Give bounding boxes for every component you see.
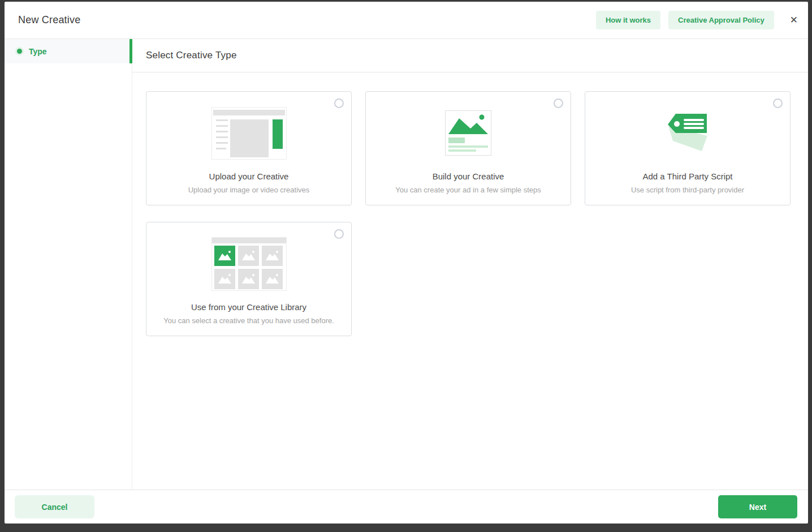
modal-body: Type Select Creative Type [5, 39, 808, 490]
card-upload-creative[interactable]: Upload your Creative Upload your image o… [146, 91, 352, 205]
creative-library-icon [211, 230, 287, 298]
radio-upload-creative[interactable] [334, 98, 344, 108]
creative-approval-policy-button[interactable]: Creative Approval Policy [668, 11, 774, 29]
radio-third-party-script[interactable] [773, 98, 783, 108]
card-third-party-script[interactable]: Add a Third Party Script Use script from… [585, 91, 791, 205]
modal-title: New Creative [18, 14, 80, 26]
card-subtitle: You can select a creative that you have … [163, 316, 334, 325]
how-it-works-button[interactable]: How it works [596, 11, 660, 29]
sidebar-item-type[interactable]: Type [5, 39, 132, 63]
card-subtitle: Use script from third-party provider [631, 186, 744, 194]
card-creative-library[interactable]: Use from your Creative Library You can s… [146, 222, 352, 336]
close-icon[interactable]: ✕ [790, 15, 798, 25]
third-party-script-icon [666, 99, 710, 167]
steps-sidebar: Type [5, 39, 132, 490]
modal-header: New Creative How it works Creative Appro… [5, 2, 808, 39]
card-build-creative[interactable]: Build your Creative You can create your … [365, 91, 571, 205]
section-header: Select Creative Type [132, 39, 808, 72]
creative-type-cards: Upload your Creative Upload your image o… [146, 91, 794, 336]
modal-footer: Cancel Next [5, 490, 808, 524]
cancel-button[interactable]: Cancel [15, 495, 94, 518]
card-title: Build your Creative [433, 171, 504, 181]
radio-build-creative[interactable] [554, 98, 563, 108]
radio-creative-library[interactable] [334, 229, 344, 239]
card-title: Add a Third Party Script [643, 171, 733, 181]
main-panel: Select Creative Type [132, 39, 808, 490]
header-actions: How it works Creative Approval Policy ✕ [596, 11, 798, 29]
build-creative-icon [445, 99, 491, 167]
next-button[interactable]: Next [718, 495, 797, 518]
step-bullet-icon [17, 49, 22, 54]
card-subtitle: Upload your image or video creatives [188, 186, 310, 194]
card-title: Use from your Creative Library [191, 302, 306, 312]
upload-creative-icon [211, 99, 287, 167]
section-title: Select Creative Type [146, 50, 237, 61]
card-title: Upload your Creative [209, 171, 289, 181]
new-creative-modal: New Creative How it works Creative Appro… [5, 2, 808, 524]
card-subtitle: You can create your ad in a few simple s… [395, 186, 541, 194]
sidebar-item-label: Type [29, 47, 47, 56]
card-area: Upload your Creative Upload your image o… [132, 72, 808, 490]
